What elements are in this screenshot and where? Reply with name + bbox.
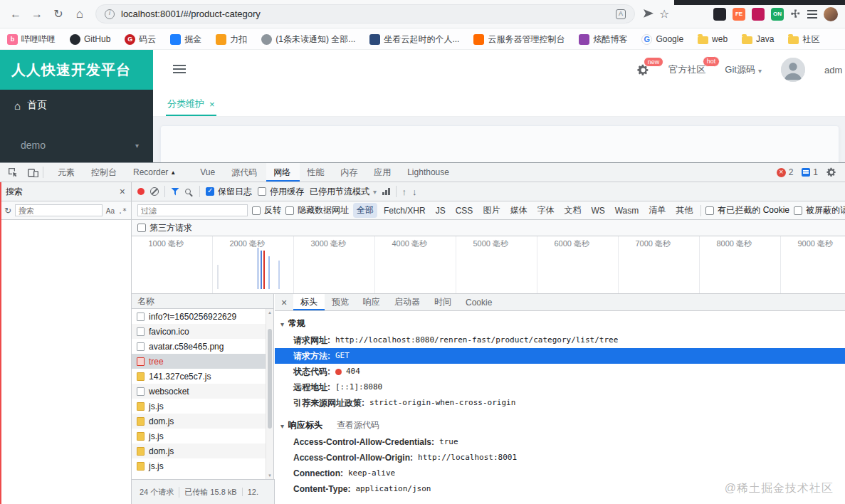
filter-pill[interactable]: 字体 — [533, 203, 557, 218]
filter-pill[interactable]: CSS — [452, 204, 477, 217]
devtools-tab[interactable]: 源代码 — [224, 163, 266, 182]
filter-pill[interactable]: 图片 — [479, 203, 503, 218]
filter-icon[interactable] — [171, 188, 179, 196]
throttling-select[interactable]: 已停用节流模式 — [310, 186, 377, 198]
name-column-header[interactable]: 名称 — [137, 295, 154, 308]
devtools-tab[interactable]: 网络 — [266, 163, 300, 182]
devtools-tab[interactable]: 控制台 — [84, 163, 126, 182]
export-har-icon[interactable] — [402, 187, 407, 197]
devtools-tab[interactable]: Recorder ▲ — [126, 163, 183, 182]
home-button[interactable] — [70, 7, 90, 21]
menu-toggle-icon[interactable] — [173, 65, 186, 66]
response-headers-header[interactable]: 响应标头 查看源代码 — [275, 416, 845, 434]
official-community-link[interactable]: 官方社区 hot — [668, 63, 705, 76]
filter-pill[interactable]: 全部 — [353, 203, 377, 218]
general-section-header[interactable]: 常规 — [275, 315, 845, 332]
url-text[interactable]: localhost:8001/#/product-category — [121, 9, 261, 19]
extension-icon[interactable]: ON — [771, 8, 784, 21]
bookmark-item[interactable]: web — [698, 34, 728, 44]
device-toolbar-icon[interactable] — [23, 168, 43, 177]
filter-pill[interactable]: 媒体 — [506, 203, 530, 218]
checkbox-icon[interactable] — [794, 206, 802, 215]
bookmark-star-icon[interactable] — [659, 7, 669, 21]
filter-pill[interactable]: WS — [587, 204, 608, 217]
record-button[interactable] — [137, 188, 145, 195]
blocked-cookies-checkbox[interactable]: 有已拦截的 Cookie — [705, 204, 789, 216]
match-case-icon[interactable] — [106, 206, 115, 216]
settings-gear-button[interactable]: new — [637, 64, 649, 76]
request-row[interactable]: dom.js — [132, 414, 266, 429]
git-source-link[interactable]: Git源码 — [725, 63, 762, 76]
filter-pill[interactable]: 其他 — [672, 203, 696, 218]
details-tab[interactable]: 时间 — [427, 294, 458, 310]
checkbox-icon[interactable] — [705, 206, 714, 215]
devtools-tab[interactable]: Lighthouse — [400, 163, 458, 182]
devtools-tab[interactable]: 内存 — [333, 163, 367, 182]
close-details-icon[interactable] — [275, 297, 293, 308]
bookmark-item[interactable]: G Google — [641, 34, 683, 45]
message-count-badge[interactable]: 1 — [802, 167, 818, 177]
view-source-link[interactable]: 查看源代码 — [337, 419, 379, 431]
details-tab[interactable]: 启动器 — [387, 294, 427, 310]
network-overview-timeline[interactable]: 1000 毫秒 2000 毫秒 3000 毫秒 4000 毫秒 5000 毫秒 … — [132, 236, 845, 294]
bookmark-item[interactable]: 云服务器管理控制台 — [473, 33, 565, 46]
request-list-scrollbar[interactable] — [266, 309, 273, 479]
checkbox-icon[interactable] — [252, 206, 261, 215]
devtools-tab[interactable]: 元素 — [51, 163, 84, 182]
search-input[interactable] — [15, 204, 103, 216]
request-list-header[interactable]: 名称 — [132, 294, 273, 309]
site-info-icon[interactable] — [105, 9, 115, 19]
request-row[interactable]: js.js — [132, 399, 266, 414]
bookmark-item[interactable]: Java — [742, 34, 774, 44]
browser-profile-avatar[interactable] — [824, 7, 838, 21]
blocked-requests-checkbox[interactable]: 被屏蔽的请求 — [794, 204, 845, 216]
request-row[interactable]: websocket — [132, 384, 266, 399]
filter-input[interactable] — [137, 204, 248, 216]
filter-pill[interactable]: JS — [432, 204, 449, 217]
filter-pill[interactable]: 清单 — [645, 203, 669, 218]
bookmark-item[interactable]: G 码云 — [125, 33, 156, 46]
sidebar-item[interactable]: 首页 — [0, 90, 153, 121]
network-conditions-icon[interactable] — [382, 188, 390, 195]
refresh-search-icon[interactable] — [4, 206, 11, 216]
request-row[interactable]: js.js — [132, 429, 266, 443]
filter-pill[interactable]: 文档 — [560, 203, 584, 218]
checkbox-checked-icon[interactable] — [206, 187, 214, 196]
details-tab[interactable]: Cookie — [458, 294, 499, 310]
close-search-icon[interactable] — [120, 186, 125, 197]
third-party-checkbox[interactable]: 第三方请求 — [137, 222, 192, 234]
reload-button[interactable] — [48, 7, 68, 21]
bookmark-item[interactable]: 掘金 — [170, 33, 201, 46]
forward-button[interactable] — [27, 8, 47, 21]
bookmark-item[interactable]: 社区 — [788, 33, 819, 46]
checkbox-icon[interactable] — [285, 206, 294, 215]
bookmark-item[interactable]: b 哔哩哔哩 — [7, 33, 56, 46]
extension-icon[interactable] — [713, 8, 726, 21]
collapse-triangle-icon[interactable] — [280, 421, 284, 431]
bookmark-item[interactable]: 力扣 — [216, 33, 247, 46]
devtools-settings-icon[interactable] — [826, 167, 836, 177]
address-bar[interactable]: localhost:8001/#/product-category — [95, 4, 635, 23]
search-icon[interactable] — [185, 189, 191, 194]
request-row[interactable]: js.js — [132, 458, 266, 473]
request-row[interactable]: tree — [132, 354, 266, 369]
request-row[interactable]: info?t=1650256922629 — [132, 309, 266, 324]
menu-lines-icon[interactable] — [807, 10, 817, 11]
import-har-icon[interactable] — [412, 187, 417, 197]
puzzle-icon[interactable] — [790, 9, 801, 19]
regex-icon[interactable] — [118, 206, 127, 216]
user-avatar[interactable] — [781, 58, 805, 82]
devtools-tab[interactable]: 应用 — [367, 163, 400, 182]
bookmark-item[interactable]: 炫酷博客 — [579, 33, 627, 46]
send-to-device-icon[interactable] — [644, 9, 654, 19]
details-tab[interactable]: 预览 — [325, 294, 356, 310]
bookmark-item[interactable]: GitHub — [70, 34, 110, 45]
inspect-element-icon[interactable] — [3, 167, 23, 177]
app-logo[interactable]: 人人快速开发平台 — [0, 50, 153, 90]
request-row[interactable]: favicon.ico — [132, 324, 266, 339]
extension-icon[interactable]: FE — [733, 8, 745, 21]
close-tab-icon[interactable] — [209, 99, 215, 110]
scrollbar-thumb[interactable] — [268, 329, 272, 429]
bookmark-item[interactable]: (1条未读通知) 全部... — [261, 33, 355, 46]
collapse-triangle-icon[interactable] — [280, 319, 284, 329]
